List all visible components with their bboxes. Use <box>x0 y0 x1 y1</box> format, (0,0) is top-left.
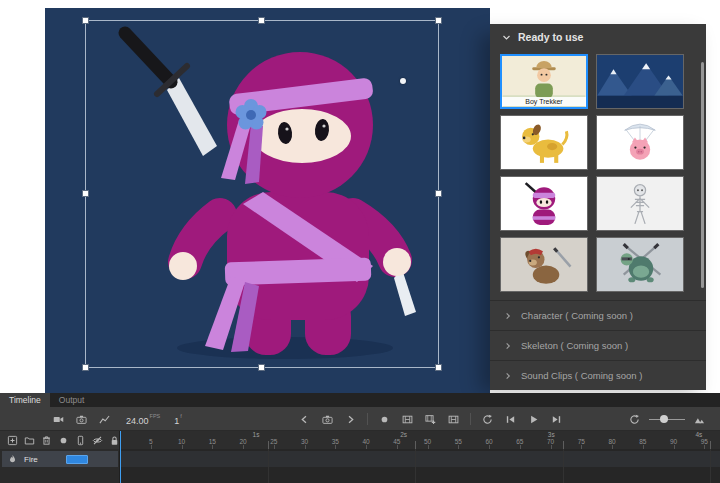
lane-gridline <box>268 449 269 483</box>
next-frame-button[interactable] <box>344 412 357 426</box>
timeline-ruler[interactable]: 51015202530354045505560657075808590951s2… <box>120 431 720 449</box>
lane-gridline <box>415 449 416 483</box>
playhead[interactable] <box>120 431 121 483</box>
stage-canvas[interactable] <box>45 8 490 393</box>
ruler-frame-label: 85 <box>636 438 650 445</box>
delete-button[interactable] <box>41 433 52 447</box>
selection-handle-nw[interactable] <box>82 17 89 24</box>
slider-knob[interactable] <box>660 415 668 423</box>
play-button[interactable] <box>527 412 540 426</box>
selection-handle-e[interactable] <box>435 190 442 197</box>
library-panel: Ready to use Boy Trekker Character ( Com… <box>490 24 706 382</box>
film-strip-button[interactable] <box>401 412 414 426</box>
visibility-toggle[interactable] <box>92 433 103 447</box>
ruler-frame-label: 60 <box>482 438 496 445</box>
new-group-button[interactable] <box>24 433 35 447</box>
ruler-frame-label: 30 <box>298 438 312 445</box>
chevron-right-icon <box>504 372 512 380</box>
ruler-second-tick <box>563 441 564 449</box>
library-scrollbar[interactable] <box>701 62 704 288</box>
flame-icon <box>6 452 19 466</box>
lock-toggle[interactable] <box>109 433 120 447</box>
origin-handle[interactable] <box>400 78 406 84</box>
step-back-button[interactable] <box>504 412 517 426</box>
ruler-second-tick <box>710 441 711 449</box>
library-section-1[interactable]: Skeleton ( Coming soon ) <box>490 330 706 360</box>
ruler-frame-label: 20 <box>236 438 250 445</box>
library-item-boy-trekker[interactable]: Boy Trekker <box>500 54 588 109</box>
timeline-zoom-slider[interactable] <box>649 414 685 424</box>
scene-camera-icon[interactable] <box>52 412 65 426</box>
ruler-frame-label: 15 <box>205 438 219 445</box>
ruler-frame-label: 35 <box>328 438 342 445</box>
library-sections: Character ( Coming soon )Skeleton ( Comi… <box>490 300 706 390</box>
step-forward-button[interactable] <box>550 412 563 426</box>
ruler-frame-label: 5 <box>144 438 158 445</box>
selection-handle-w[interactable] <box>82 190 89 197</box>
frame-display[interactable]: 1f <box>174 410 182 428</box>
section-label: Character ( Coming soon ) <box>521 310 633 321</box>
timeline-toolbar: 24.00FPS 1f <box>0 407 720 431</box>
tab-timeline[interactable]: Timeline <box>0 393 50 407</box>
puppet-grid: Boy Trekker <box>490 50 706 300</box>
ruler-second-tick <box>268 441 269 449</box>
device-toggle[interactable] <box>75 433 86 447</box>
ruler-frame-label: 45 <box>390 438 404 445</box>
previous-frame-button[interactable] <box>298 412 311 426</box>
ruler-frame-label: 55 <box>451 438 465 445</box>
library-section-2[interactable]: Sound Clips ( Coming soon ) <box>490 360 706 390</box>
tracks-header: Fire <box>0 449 120 483</box>
timeline-tab-bar: Timeline Output <box>0 393 720 407</box>
fire-track-lane[interactable] <box>120 451 720 467</box>
selection-bounding-box[interactable] <box>85 20 439 368</box>
section-label: Sound Clips ( Coming soon ) <box>521 370 642 381</box>
lane-gridline <box>710 449 711 483</box>
selection-handle-sw[interactable] <box>82 364 89 371</box>
library-item-ninja[interactable] <box>500 176 588 231</box>
zoom-fit-icon[interactable] <box>693 412 706 426</box>
lane-gridline <box>563 449 564 483</box>
tab-output[interactable]: Output <box>50 393 94 407</box>
library-item-turtle[interactable] <box>596 237 684 292</box>
performance-graph-icon[interactable] <box>98 412 111 426</box>
library-item-dog[interactable] <box>500 115 588 170</box>
track-label: Fire <box>24 455 38 464</box>
section-label: Skeleton ( Coming soon ) <box>521 340 628 351</box>
new-item-button[interactable] <box>7 433 18 447</box>
chevron-down-icon <box>502 33 511 42</box>
loop-playback-toggle[interactable] <box>481 412 494 426</box>
ruler-frame-label: 95 <box>697 438 711 445</box>
timeline-lane[interactable] <box>120 449 720 483</box>
add-take-button[interactable] <box>424 412 437 426</box>
ruler-frame-label: 10 <box>175 438 189 445</box>
ruler-second-label: 2s <box>400 431 407 438</box>
library-section-0[interactable]: Character ( Coming soon ) <box>490 300 706 330</box>
ruler-second-label: 3s <box>548 431 555 438</box>
record-button[interactable] <box>378 412 391 426</box>
library-item-pirate-dog[interactable] <box>500 237 588 292</box>
selection-handle-ne[interactable] <box>435 17 442 24</box>
library-item-skeleton[interactable] <box>596 176 684 231</box>
ruler-second-tick <box>415 441 416 449</box>
fps-display[interactable]: 24.00FPS <box>126 410 160 428</box>
library-item-pig-parachute[interactable] <box>596 115 684 170</box>
snapshot-camera-icon[interactable] <box>75 412 88 426</box>
selection-handle-s[interactable] <box>258 364 265 371</box>
camera-view-button[interactable] <box>321 412 334 426</box>
track-row-fire[interactable]: Fire <box>2 451 118 467</box>
selection-handle-n[interactable] <box>258 17 265 24</box>
ruler-frame-label: 40 <box>359 438 373 445</box>
ruler-second-label: 1s <box>253 431 260 438</box>
ruler-second-label: 4s <box>695 431 702 438</box>
timeline-panel: Timeline Output 24.00FPS 1f 510152025303… <box>0 393 720 483</box>
ruler-frame-label: 70 <box>544 438 558 445</box>
track-color-chip[interactable] <box>66 455 88 464</box>
record-indicator-icon[interactable] <box>58 433 69 447</box>
reset-zoom-button[interactable] <box>628 412 641 426</box>
takes-button[interactable] <box>447 412 460 426</box>
selection-handle-se[interactable] <box>435 364 442 371</box>
ruler-frame-label: 65 <box>513 438 527 445</box>
library-item-mountain-scene[interactable] <box>596 54 684 109</box>
library-header[interactable]: Ready to use <box>490 24 706 50</box>
toolbar-separator <box>367 413 368 425</box>
